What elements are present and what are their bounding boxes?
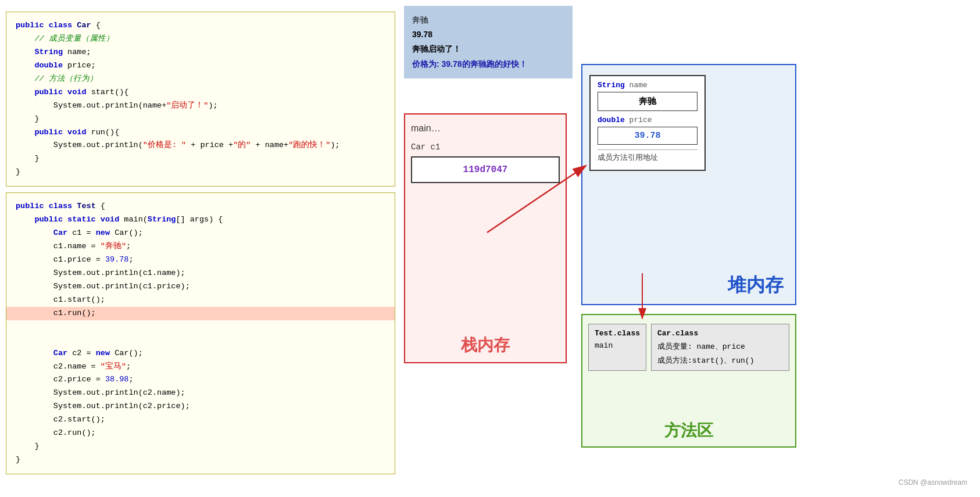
stack-main-label: main…	[411, 123, 560, 134]
heap-name-value: 奔驰	[598, 92, 698, 111]
car-methods-label: 成员方法:start()、run()	[657, 355, 783, 366]
heap-field2-label: double price	[598, 116, 698, 124]
code-panel: public class Car { // 成员变量（属性） String na…	[6, 6, 395, 491]
heap-memory-box: String name 奔驰 double price 39.78 成员方法引用…	[581, 64, 796, 305]
car-class-box: Car.class 成员变量: name、price 成员方法:start()、…	[651, 324, 789, 371]
output-box: 奔驰 39.78 奔驰启动了！ 价格为: 39.78的奔驰跑的好快！	[404, 6, 573, 78]
output-line-2: 39.78	[412, 27, 564, 42]
stack-address: 119d7047	[411, 156, 560, 183]
test-class-box: Test.class main	[588, 324, 646, 371]
output-line-1: 奔驰	[412, 13, 564, 27]
heap-section-label: 堆内存	[728, 273, 784, 298]
stack-car-label: Car c1	[411, 142, 560, 152]
car-class-title: Car.class	[657, 329, 783, 338]
watermark: CSDN @asnowdream	[899, 478, 967, 487]
car-fields-label: 成员变量: name、price	[657, 341, 783, 352]
test-class-title: Test.class	[595, 329, 640, 338]
main-container: public class Car { // 成员变量（属性） String na…	[0, 0, 980, 497]
car-class-code: public class Car { // 成员变量（属性） String na…	[6, 12, 395, 187]
diagram-panel: 奔驰 39.78 奔驰启动了！ 价格为: 39.78的奔驰跑的好快！ main……	[401, 6, 974, 491]
stack-memory-box: main… Car c1 119d7047 栈内存	[404, 113, 567, 363]
method-inner: Test.class main Car.class 成员变量: name、pri…	[588, 324, 789, 371]
heap-object: String name 奔驰 double price 39.78 成员方法引用…	[589, 75, 706, 171]
method-area-box: Test.class main Car.class 成员变量: name、pri…	[581, 314, 796, 448]
stack-section-label: 栈内存	[461, 334, 510, 356]
heap-method-ref: 成员方法引用地址	[598, 149, 698, 165]
test-method-label: main	[595, 341, 640, 350]
test-class-code: public class Test { public static void m…	[6, 192, 395, 474]
output-line-4: 价格为: 39.78的奔驰跑的好快！	[412, 57, 564, 71]
output-line-3: 奔驰启动了！	[412, 42, 564, 56]
heap-field1-label: String name	[598, 81, 698, 90]
method-section-label: 方法区	[664, 420, 713, 442]
heap-price-value: 39.78	[598, 127, 698, 145]
